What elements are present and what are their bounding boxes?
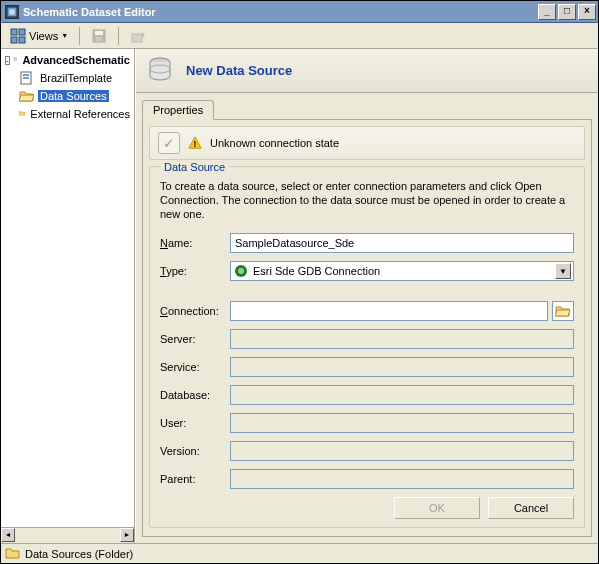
scroll-left-button[interactable]: ◄ <box>1 528 15 542</box>
svg-rect-9 <box>132 34 142 42</box>
import-button <box>125 26 151 46</box>
content-title: New Data Source <box>186 63 292 78</box>
warning-icon: ! <box>188 136 202 150</box>
svg-rect-7 <box>95 31 103 35</box>
database-input <box>230 385 574 405</box>
user-label: User: <box>160 417 230 429</box>
parent-input <box>230 469 574 489</box>
content-panel: New Data Source Properties ✓ ! Unknown c… <box>135 49 598 543</box>
svg-rect-4 <box>11 37 17 43</box>
save-button <box>86 26 112 46</box>
datasource-fieldset: Data Source To create a data source, sel… <box>149 166 585 528</box>
tree-item-label: BrazilTemplate <box>38 72 114 84</box>
folder-open-icon <box>19 88 35 104</box>
tab-properties[interactable]: Properties <box>142 100 214 120</box>
help-text: To create a data source, select or enter… <box>160 179 574 221</box>
app-icon <box>5 5 19 19</box>
titlebar: Schematic Dataset Editor _ □ × <box>1 1 598 23</box>
type-value: Esri Sde GDB Connection <box>253 265 380 277</box>
status-text: Unknown connection state <box>210 137 339 149</box>
save-icon <box>91 28 107 44</box>
ok-label: OK <box>429 502 445 514</box>
tree-item-externalrefs[interactable]: External References <box>1 105 134 123</box>
import-icon <box>130 28 146 44</box>
type-label: Type: <box>160 265 230 277</box>
svg-rect-2 <box>11 29 17 35</box>
toolbar: Views ▼ <box>1 23 598 49</box>
svg-rect-5 <box>19 37 25 43</box>
svg-rect-13 <box>23 77 29 79</box>
tab-label: Properties <box>153 104 203 116</box>
fieldset-legend: Data Source <box>160 161 229 173</box>
toolbar-separator <box>118 27 119 45</box>
tree-item-label: External References <box>28 108 132 120</box>
database-icon <box>13 52 18 68</box>
scroll-right-button[interactable]: ► <box>120 528 134 542</box>
connection-label: Connection: <box>160 305 230 317</box>
database-large-icon <box>144 55 176 87</box>
sidebar-tree[interactable]: - AdvancedSchematic BrazilTemplate Data … <box>1 49 135 527</box>
tree-root[interactable]: - AdvancedSchematic <box>1 51 134 69</box>
user-input <box>230 413 574 433</box>
svg-rect-12 <box>23 74 29 76</box>
name-input[interactable] <box>230 233 574 253</box>
ok-button: OK <box>394 497 480 519</box>
svg-rect-1 <box>9 9 14 14</box>
svg-text:!: ! <box>194 139 197 149</box>
tree-root-label: AdvancedSchematic <box>20 54 132 66</box>
views-label: Views <box>29 30 58 42</box>
svg-rect-8 <box>96 37 102 41</box>
main: - AdvancedSchematic BrazilTemplate Data … <box>1 49 598 543</box>
statusbar: Data Sources (Folder) <box>1 543 598 563</box>
tab-body: ✓ ! Unknown connection state Data Source… <box>142 119 592 537</box>
tree-item-datasources[interactable]: Data Sources <box>1 87 134 105</box>
service-input <box>230 357 574 377</box>
window-controls: _ □ × <box>536 4 596 20</box>
content-header: New Data Source <box>136 49 598 93</box>
sidebar-scrollbar[interactable]: ◄ ► <box>1 527 135 543</box>
chevron-down-icon: ▼ <box>555 263 571 279</box>
toolbar-separator <box>79 27 80 45</box>
tab-row: Properties <box>142 99 592 119</box>
name-label: Name: <box>160 237 230 249</box>
minimize-button[interactable]: _ <box>538 4 556 20</box>
folder-icon <box>19 106 25 122</box>
svg-rect-3 <box>19 29 25 35</box>
minus-icon: - <box>5 56 10 65</box>
type-select[interactable]: Esri Sde GDB Connection ▼ <box>230 261 574 281</box>
version-label: Version: <box>160 445 230 457</box>
check-icon: ✓ <box>158 132 180 154</box>
service-label: Service: <box>160 361 230 373</box>
close-button[interactable]: × <box>578 4 596 20</box>
template-icon <box>19 70 35 86</box>
views-icon <box>10 28 26 44</box>
connection-input[interactable] <box>230 301 548 321</box>
maximize-button[interactable]: □ <box>558 4 576 20</box>
parent-label: Parent: <box>160 473 230 485</box>
cancel-label: Cancel <box>514 502 548 514</box>
tree-item-label: Data Sources <box>38 90 109 102</box>
database-label: Database: <box>160 389 230 401</box>
views-menu-button[interactable]: Views ▼ <box>5 26 73 46</box>
version-input <box>230 441 574 461</box>
browse-connection-button[interactable] <box>552 301 574 321</box>
svg-point-18 <box>238 268 244 274</box>
window-title: Schematic Dataset Editor <box>23 6 536 18</box>
server-label: Server: <box>160 333 230 345</box>
statusbar-text: Data Sources (Folder) <box>25 548 133 560</box>
tree-item-braziltemplate[interactable]: BrazilTemplate <box>1 69 134 87</box>
esri-logo-icon <box>233 263 249 279</box>
folder-icon <box>5 546 21 562</box>
chevron-down-icon: ▼ <box>61 32 68 39</box>
cancel-button[interactable]: Cancel <box>488 497 574 519</box>
server-input <box>230 329 574 349</box>
connection-status-box: ✓ ! Unknown connection state <box>149 126 585 160</box>
